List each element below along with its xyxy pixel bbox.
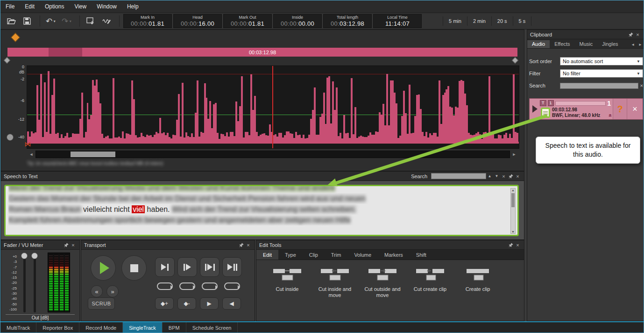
timefield-total-length[interactable]: Total length 00:03:12.98 [323, 14, 372, 28]
fader-close-icon[interactable]: × [70, 242, 77, 248]
sort-order-dropdown[interactable]: No automatic sort ▼ [560, 57, 643, 65]
tab-jingles[interactable]: Jingles [597, 40, 623, 48]
stop-button[interactable] [121, 255, 147, 281]
zoom-preset-5s[interactable]: 5 s [513, 16, 532, 26]
filter-dropdown[interactable]: No filter ▼ [560, 69, 643, 78]
menu-edit[interactable]: Edit [20, 0, 40, 13]
speech-to-text-doc-icon[interactable] [541, 108, 550, 118]
fader-track-right[interactable] [34, 253, 36, 312]
zoom-preset-2min[interactable]: 2 min [467, 16, 491, 26]
play-button[interactable] [91, 255, 116, 281]
clipboard-close-icon[interactable]: × [634, 31, 641, 38]
remove-marker-button[interactable]: ◆- [177, 297, 196, 310]
redo-button[interactable]: ↷▼ [60, 15, 74, 27]
scroll-right-arrow[interactable]: ► [511, 151, 517, 158]
loop-button-2[interactable] [179, 282, 195, 290]
stt-clear-search-icon[interactable]: × [500, 173, 507, 180]
entry-collapse-icon[interactable]: » [607, 114, 614, 117]
create-clip-button[interactable]: Create clip [456, 267, 499, 298]
overview-bar[interactable]: 00:03:12.98 [7, 48, 517, 57]
scroll-left-arrow[interactable]: ◄ [28, 151, 35, 158]
open-file-icon[interactable] [4, 15, 18, 27]
menu-options[interactable]: Options [40, 0, 69, 13]
entry-play-button[interactable] [530, 99, 540, 119]
tab-markers[interactable]: Markers [378, 250, 410, 260]
clipboard-search-input[interactable] [560, 83, 638, 89]
clipboard-search-clear-icon[interactable]: × [640, 83, 643, 88]
previous-marker-button[interactable]: ◀ [222, 297, 241, 310]
transcript-text[interactable]: vielleicht nicht [83, 205, 132, 213]
workspace-tab-record-mode[interactable]: Record Mode [79, 322, 123, 333]
transport-pin-icon[interactable] [238, 243, 245, 247]
scroll-down-icon[interactable]: ▼ [511, 230, 515, 233]
transcript-scrollbar[interactable]: ▲ ▼ [510, 188, 516, 234]
stt-prev-match-icon[interactable]: ▲ [486, 173, 493, 180]
workspace-tab-reporter-box[interactable]: Reporter Box [36, 322, 79, 333]
menu-view[interactable]: View [69, 0, 92, 13]
import-audio-icon[interactable] [84, 15, 98, 27]
edit-tools-pin-icon[interactable] [507, 243, 514, 247]
stt-close-icon[interactable]: × [514, 173, 521, 180]
clipboard-entry[interactable]: T 1 1 00:03:12.98 BWF, Linear; 48.0 kHz … [529, 98, 643, 120]
overview-handle-right[interactable] [512, 57, 518, 64]
waveform-canvas[interactable] [27, 65, 519, 149]
entry-delete-button[interactable]: × [627, 99, 643, 119]
scrollbar-thumb[interactable] [71, 152, 115, 157]
tab-audio[interactable]: Audio [527, 40, 550, 48]
edit-waveform-icon[interactable] [99, 15, 113, 27]
timefield-inside[interactable]: Inside 00:00:00.00 [273, 14, 322, 28]
loop-button-4[interactable] [224, 282, 240, 290]
playhead-cursor[interactable] [272, 66, 273, 148]
tab-edit[interactable]: Edit [256, 250, 278, 260]
fader-pin-icon[interactable] [63, 243, 70, 247]
scroll-up-icon[interactable]: ▲ [511, 188, 515, 192]
workspace-tab-singletrack[interactable]: SingleTrack [123, 322, 163, 333]
play-to-mark-button[interactable] [155, 257, 175, 277]
menu-help[interactable]: Help [122, 0, 144, 13]
save-icon[interactable] [20, 15, 34, 27]
fader-knob-right[interactable] [31, 253, 38, 259]
play-selection-button[interactable] [200, 257, 219, 277]
zoom-preset-5min[interactable]: 5 min [443, 16, 467, 26]
stt-next-match-icon[interactable]: ▼ [493, 173, 500, 180]
timefield-mark-in[interactable]: Mark In 00:00:01.81 [123, 14, 172, 28]
transcript-highlighted-word[interactable]: viel [132, 205, 145, 213]
transport-close-icon[interactable]: × [245, 242, 252, 248]
tab-volume[interactable]: Volume [347, 250, 378, 260]
loop-button-3[interactable] [202, 282, 218, 290]
overview-handle-left[interactable] [4, 57, 10, 64]
rewind-button[interactable]: « [91, 285, 103, 297]
menu-window[interactable]: Window [92, 0, 122, 13]
tab-shift[interactable]: Shift [410, 250, 433, 260]
workspace-tab-schedule-screen[interactable]: Schedule Screen [186, 322, 238, 333]
play-from-mark-button[interactable] [177, 257, 197, 277]
level-knob[interactable] [7, 134, 14, 141]
workspace-tab-multitrack[interactable]: MultiTrack [0, 322, 36, 333]
timefield-head[interactable]: Head 00:00:16.00 [173, 14, 222, 28]
cut-inside-and-move-button[interactable]: Cut inside and move [313, 267, 356, 298]
transcript-box[interactable]: Wenn der Trend zur Visualisierung Media … [4, 185, 519, 236]
tab-effects[interactable]: Effects [550, 40, 574, 48]
workspace-tab-bpm[interactable]: BPM [163, 322, 186, 333]
stt-search-input[interactable] [431, 173, 486, 179]
tab-clip[interactable]: Clip [303, 250, 325, 260]
transcript-scroll-thumb[interactable] [511, 193, 515, 207]
tabs-scroll-left-icon[interactable]: ◄ [629, 41, 637, 48]
cut-inside-button[interactable]: Cut inside [266, 267, 309, 298]
tab-type[interactable]: Type [278, 250, 303, 260]
fader-track-left[interactable] [23, 253, 26, 312]
cut-outside-and-move-button[interactable]: Cut outside and move [361, 267, 404, 298]
play-around-button[interactable] [222, 257, 242, 277]
horizontal-scrollbar[interactable] [35, 151, 510, 158]
menu-file[interactable]: File [0, 0, 20, 13]
scrub-button[interactable]: SCRUB [88, 297, 115, 310]
fader-knob-left[interactable] [21, 253, 28, 259]
loop-button-1[interactable] [157, 282, 173, 290]
stt-pin-icon[interactable] [507, 174, 514, 179]
tab-music[interactable]: Music [575, 40, 598, 48]
crossfade-icon[interactable]: ⋈ [24, 140, 31, 148]
undo-caret-icon[interactable]: ▼ [53, 20, 56, 23]
next-marker-button[interactable]: ▶ [200, 297, 219, 310]
orange-marker-icon[interactable] [11, 33, 20, 42]
edit-tools-close-icon[interactable]: × [514, 242, 521, 248]
